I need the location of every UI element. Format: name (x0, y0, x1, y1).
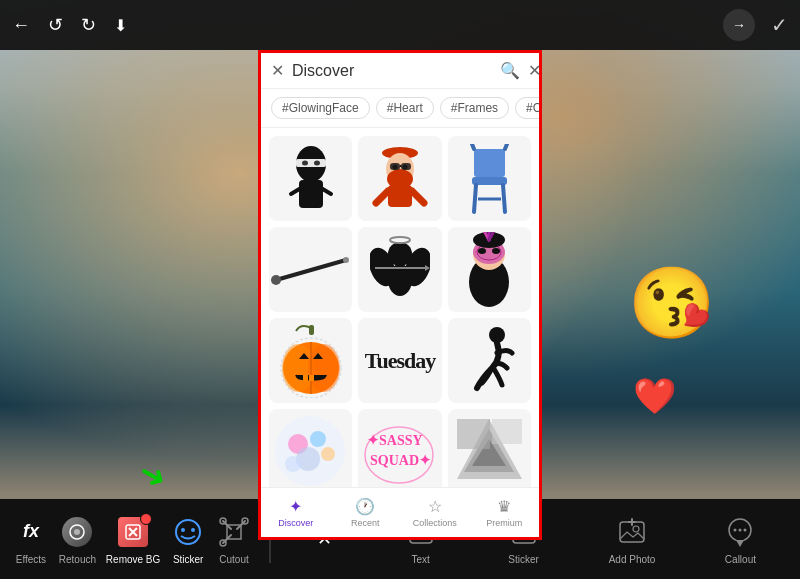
tags-row: #GlowingFace #Heart #Frames #Cupid (261, 89, 539, 128)
search-submit-icon[interactable]: 🔍 (500, 61, 520, 80)
svg-line-13 (412, 191, 424, 203)
svg-point-61 (310, 431, 326, 447)
discover-nav-icon: ✦ (289, 497, 302, 516)
toolbar-right-group: → ✓ (723, 9, 788, 41)
sticker-ninja[interactable] (269, 136, 352, 221)
sticker-paint[interactable] (269, 409, 352, 487)
retouch-label: Retouch (59, 554, 96, 565)
sticker-dance[interactable] (448, 318, 531, 403)
svg-point-64 (285, 456, 301, 472)
sticker-geo[interactable] (448, 409, 531, 487)
left-tools: fx Effects Retouch (0, 514, 265, 565)
panel-bottom-nav: ✦ Discover 🕐 Recent ☆ Collections ♛ Prem… (261, 487, 539, 537)
panel-nav-recent-label: Recent (351, 518, 380, 528)
svg-line-22 (503, 185, 505, 212)
tag-heart[interactable]: #Heart (376, 97, 434, 119)
svg-marker-71 (457, 419, 490, 449)
svg-point-115 (633, 526, 639, 532)
svg-line-21 (474, 185, 476, 212)
tag-frames[interactable]: #Frames (440, 97, 509, 119)
svg-point-5 (302, 160, 308, 165)
svg-text:SQUAD✦: SQUAD✦ (370, 453, 431, 468)
panel-nav-discover-label: Discover (278, 518, 313, 528)
tag-glowingface[interactable]: #GlowingFace (271, 97, 370, 119)
back-icon[interactable]: ← (12, 15, 30, 36)
callout-label: Callout (725, 554, 756, 565)
tag-cupid[interactable]: #Cupid (515, 97, 539, 119)
recent-nav-icon: 🕐 (355, 497, 375, 516)
download-icon[interactable]: ⬇ (114, 16, 127, 35)
svg-point-122 (744, 528, 747, 531)
svg-point-105 (191, 528, 195, 532)
svg-line-24 (472, 144, 474, 149)
remove-bg-icon (115, 514, 151, 550)
retouch-icon (59, 514, 95, 550)
top-toolbar: ← ↺ ↻ ⬇ → ✓ (0, 0, 800, 50)
svg-line-26 (276, 260, 346, 280)
svg-point-120 (734, 528, 737, 531)
sticker-pumpkin[interactable] (269, 318, 352, 403)
cutout-tool[interactable]: Cutout (216, 514, 252, 565)
add-photo-tool[interactable]: Add Photo (609, 514, 656, 565)
sticker-tool[interactable]: Sticker (170, 514, 206, 565)
panel-nav-collections[interactable]: ☆ Collections (400, 488, 470, 537)
svg-rect-16 (390, 163, 400, 170)
premium-nav-icon: ♛ (497, 497, 511, 516)
callout-tool[interactable]: Callout (722, 514, 758, 565)
search-input[interactable] (292, 62, 492, 80)
panel-nav-premium[interactable]: ♛ Premium (470, 488, 540, 537)
svg-point-63 (321, 447, 335, 461)
svg-point-27 (271, 275, 281, 285)
add-photo-icon (614, 514, 650, 550)
redo-icon[interactable]: ↻ (81, 14, 96, 36)
svg-rect-4 (296, 159, 326, 167)
svg-point-6 (314, 160, 320, 165)
remove-bg-tool[interactable]: Remove BG (106, 514, 160, 565)
sticker-cupid[interactable] (358, 227, 441, 312)
retouch-tool[interactable]: Retouch (59, 514, 96, 565)
sticker-chair[interactable] (448, 136, 531, 221)
svg-point-101 (74, 529, 80, 535)
search-bar: ✕ 🔍 ✕ (261, 53, 539, 89)
cutout-label: Cutout (219, 554, 248, 565)
svg-point-43 (492, 248, 500, 254)
svg-marker-72 (492, 419, 522, 444)
svg-point-103 (176, 520, 200, 544)
svg-point-32 (388, 242, 412, 266)
text-label: Text (411, 554, 429, 565)
sticker-wand[interactable] (269, 227, 352, 312)
panel-nav-collections-label: Collections (413, 518, 457, 528)
sticker-label-bottom: Sticker (173, 554, 204, 565)
search-clear-icon[interactable]: ✕ (271, 61, 284, 80)
effects-icon: fx (13, 514, 49, 550)
sticker-mask[interactable] (448, 227, 531, 312)
undo-icon[interactable]: ↺ (48, 14, 63, 36)
svg-point-104 (181, 528, 185, 532)
panel-nav-discover[interactable]: ✦ Discover (261, 488, 331, 537)
effects-tool[interactable]: fx Effects (13, 514, 49, 565)
add-photo-label: Add Photo (609, 554, 656, 565)
effects-label: Effects (16, 554, 46, 565)
floating-emoji-sticker[interactable]: 😘❤️ (628, 262, 715, 424)
remove-bg-badge (140, 513, 152, 525)
svg-line-12 (376, 191, 388, 203)
svg-rect-17 (401, 163, 411, 170)
sticker-tuesday[interactable]: Tuesday (358, 318, 441, 403)
remove-bg-label: Remove BG (106, 554, 160, 565)
check-icon[interactable]: ✓ (771, 13, 788, 37)
svg-point-42 (478, 248, 486, 254)
panel-nav-recent[interactable]: 🕐 Recent (331, 488, 401, 537)
sticker-panel: ✕ 🔍 ✕ #GlowingFace #Heart #Frames #Cupid (258, 50, 542, 540)
close-panel-icon[interactable]: ✕ (528, 61, 541, 80)
cutout-icon (216, 514, 252, 550)
svg-line-25 (505, 144, 507, 149)
callout-icon (722, 514, 758, 550)
sticker-squad[interactable]: ✦SASSY SQUAD✦ (358, 409, 441, 487)
panel-nav-premium-label: Premium (486, 518, 522, 528)
svg-rect-11 (388, 185, 412, 207)
forward-button[interactable]: → (723, 9, 755, 41)
svg-point-121 (739, 528, 742, 531)
sticker-icon-bottom (170, 514, 206, 550)
svg-rect-55 (303, 375, 308, 381)
sticker-fireman[interactable] (358, 136, 441, 221)
